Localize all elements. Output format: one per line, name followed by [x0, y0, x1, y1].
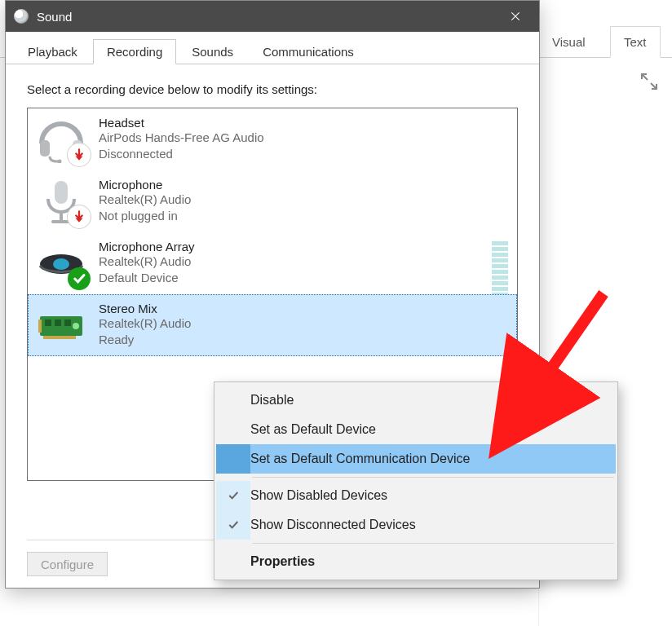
close-icon	[509, 10, 522, 23]
sound-card-icon	[35, 302, 87, 349]
svg-point-7	[53, 258, 69, 270]
svg-rect-10	[45, 320, 51, 326]
ctx-set-default-communication[interactable]: Set as Default Communication Device	[216, 444, 616, 474]
svg-rect-0	[40, 140, 50, 156]
ctx-label: Set as Default Communication Device	[250, 452, 470, 466]
down-arrow-badge-icon	[68, 205, 91, 228]
svg-rect-14	[43, 336, 76, 339]
device-driver: Realtek(R) Audio	[99, 253, 195, 270]
device-row-microphone[interactable]: Microphone Realtek(R) Audio Not plugged …	[28, 170, 517, 232]
sound-app-icon	[14, 9, 29, 24]
svg-point-13	[73, 323, 79, 329]
ctx-disable[interactable]: Disable	[216, 386, 616, 415]
device-name: Microphone	[99, 178, 191, 192]
titlebar: Sound	[6, 1, 539, 32]
device-driver: Realtek(R) Audio	[99, 315, 191, 332]
ctx-separator	[252, 477, 614, 478]
configure-button[interactable]: Configure	[27, 552, 108, 576]
svg-rect-4	[60, 212, 63, 220]
microphone-icon	[35, 178, 87, 225]
ctx-show-disconnected[interactable]: Show Disconnected Devices	[216, 510, 616, 540]
ctx-set-default[interactable]: Set as Default Device	[216, 415, 616, 444]
ctx-label: Disable	[250, 393, 294, 408]
device-name: Headset	[99, 116, 264, 130]
device-status: Default Device	[99, 270, 195, 286]
svg-rect-11	[55, 320, 61, 326]
tab-sounds[interactable]: Sounds	[178, 39, 247, 64]
context-menu: Disable Set as Default Device Set as Def…	[214, 381, 618, 580]
headset-icon	[35, 116, 87, 163]
tab-playback[interactable]: Playback	[14, 39, 91, 64]
ctx-properties[interactable]: Properties	[216, 547, 616, 576]
device-row-microphone-array[interactable]: Microphone Array Realtek(R) Audio Defaul…	[28, 232, 517, 294]
ctx-label: Show Disconnected Devices	[250, 518, 416, 532]
ctx-label: Set as Default Device	[250, 422, 376, 437]
tab-visual[interactable]: Visual	[538, 26, 599, 58]
webcam-icon	[35, 240, 87, 287]
device-name: Microphone Array	[99, 240, 195, 253]
panel-instruction: Select a recording device below to modif…	[27, 82, 518, 96]
tab-text[interactable]: Text	[610, 26, 661, 58]
device-name: Stereo Mix	[99, 302, 191, 315]
device-driver: AirPods Hands-Free AG Audio	[99, 130, 264, 146]
ctx-separator	[252, 543, 614, 544]
svg-point-2	[58, 160, 62, 164]
device-status: Not plugged in	[99, 208, 191, 224]
expand-icon[interactable]	[639, 72, 659, 91]
level-meter	[492, 241, 508, 297]
tab-communications[interactable]: Communications	[249, 39, 368, 64]
check-icon	[227, 518, 240, 531]
window-title: Sound	[37, 10, 497, 24]
device-row-stereo-mix[interactable]: Stereo Mix Realtek(R) Audio Ready	[28, 294, 517, 356]
ctx-show-disabled[interactable]: Show Disabled Devices	[216, 481, 616, 510]
device-driver: Realtek(R) Audio	[99, 192, 191, 208]
svg-rect-9	[38, 320, 42, 333]
device-status: Disconnected	[99, 146, 264, 162]
down-arrow-badge-icon	[68, 143, 91, 166]
tab-recording[interactable]: Recording	[93, 39, 176, 64]
dialog-tabs: Playback Recording Sounds Communications	[6, 32, 539, 64]
checkmark-badge-icon	[68, 267, 91, 290]
svg-rect-3	[55, 181, 68, 204]
device-status: Ready	[99, 332, 191, 348]
ctx-label: Show Disabled Devices	[250, 488, 387, 503]
close-button[interactable]	[497, 1, 534, 32]
device-row-headset[interactable]: Headset AirPods Hands-Free AG Audio Disc…	[28, 108, 517, 170]
ctx-label: Properties	[250, 554, 315, 569]
svg-rect-12	[64, 320, 71, 326]
check-icon	[227, 489, 240, 502]
